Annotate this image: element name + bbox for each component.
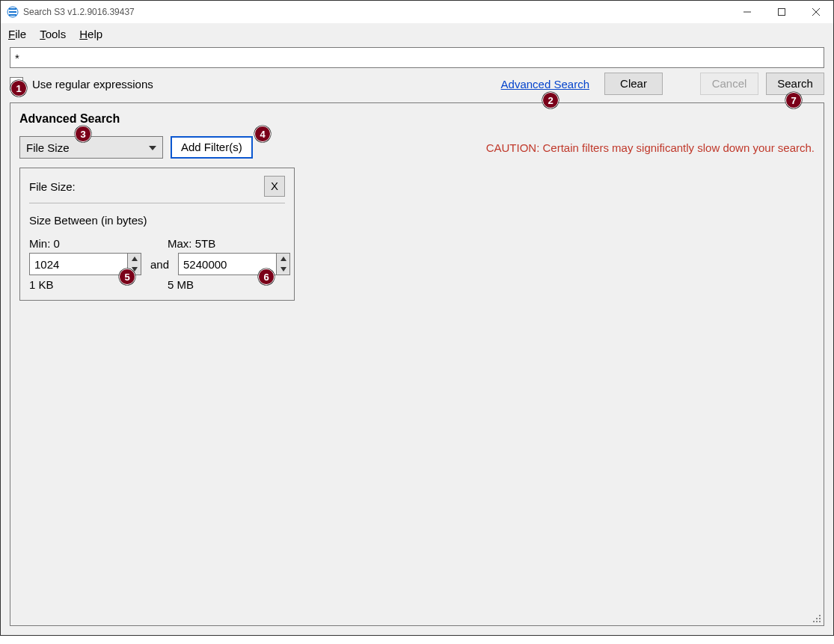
max-stepper-down-icon[interactable] [277,264,289,275]
min-size-stepper[interactable] [29,253,141,275]
max-size-stepper[interactable] [178,253,290,275]
regex-label: Use regular expressions [32,78,153,91]
maximize-button[interactable] [764,1,799,23]
regex-checkbox[interactable] [10,77,23,91]
caution-text: CAUTION: Certain filters may significant… [486,141,815,154]
advanced-search-link[interactable]: Advanced Search [501,78,589,91]
svg-rect-13 [816,621,818,622]
svg-marker-6 [132,267,138,272]
menu-help[interactable]: Help [79,28,102,40]
toolbar: Use regular expressions Advanced Search … [1,68,833,102]
close-window xbutton[interactable] [799,1,833,23]
menu-file[interactable]: File [8,28,26,40]
menu-tools[interactable]: Tools [40,28,66,40]
app-icon [7,6,19,18]
svg-rect-12 [813,621,815,622]
svg-marker-5 [132,257,138,261]
svg-rect-9 [819,615,821,616]
max-readable: 5 MB [168,278,285,291]
svg-rect-11 [819,618,821,619]
size-between-label: Size Between (in bytes) [29,214,285,227]
add-filter-button[interactable]: Add Filter(s) [171,136,253,159]
min-stepper-up-icon[interactable] [128,254,141,264]
min-size-input[interactable] [29,253,128,275]
filter-card-close-button[interactable]: X [264,176,285,197]
min-label: Min: 0 [29,237,147,250]
min-readable: 1 KB [29,278,147,291]
svg-rect-14 [819,621,821,622]
search-button[interactable]: Search [766,73,824,95]
filter-type-value: File Size [26,141,70,154]
app-window: Search S3 v1.2.9016.39437 File Tools Hel… [0,0,834,636]
max-size-input[interactable] [178,253,277,275]
panel-title: Advanced Search [19,112,815,126]
max-stepper-up-icon[interactable] [277,254,289,264]
and-label: and [150,258,169,271]
separator [29,203,285,203]
window-controls [730,1,833,23]
filter-card-file-size: File Size: X Size Between (in bytes) Min… [19,168,295,301]
window-title: Search S3 v1.2.9016.39437 [23,7,135,17]
advanced-search-panel: Advanced Search File Size Add Filter(s) … [10,102,824,626]
svg-rect-10 [816,618,818,619]
search-row [1,44,833,68]
svg-marker-7 [280,257,286,261]
svg-rect-2 [779,9,785,16]
search-input[interactable] [10,47,824,68]
titlebar: Search S3 v1.2.9016.39437 [1,1,833,23]
clear-button[interactable]: Clear [604,73,663,95]
filter-type-combo[interactable]: File Size [19,136,163,159]
filter-card-title: File Size: [29,180,76,193]
resize-grip-icon[interactable] [812,613,822,624]
cancel-button: Cancel [700,73,758,95]
minimize-button[interactable] [730,1,764,23]
filter-bar: File Size Add Filter(s) CAUTION: Certain… [19,136,815,159]
min-stepper-down-icon[interactable] [128,264,141,275]
panel-wrap: Advanced Search File Size Add Filter(s) … [1,102,833,635]
svg-marker-8 [280,267,286,272]
menubar: File Tools Help [1,23,833,44]
max-label: Max: 5TB [168,237,285,250]
